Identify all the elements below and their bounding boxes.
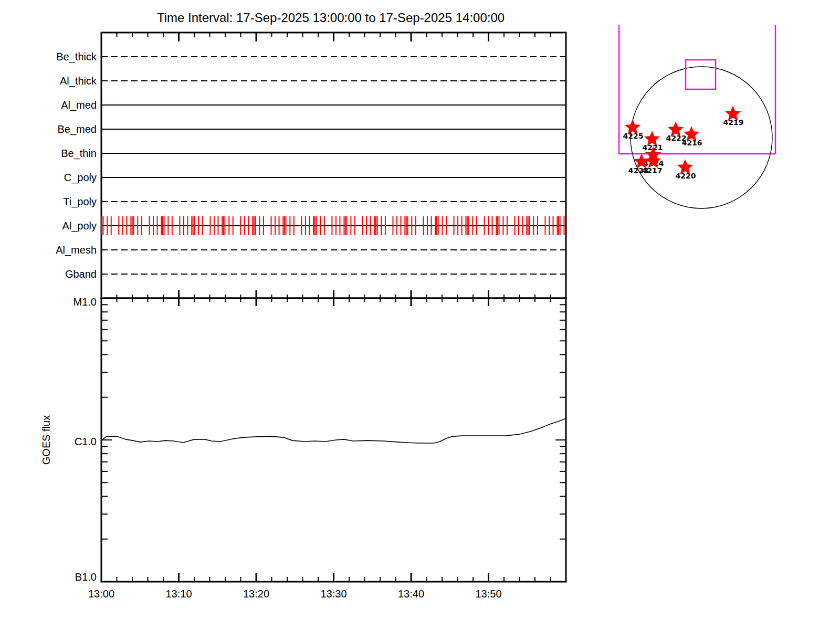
xrt-target-box — [686, 60, 716, 89]
goes-ytick-label: C1.0 — [75, 436, 97, 447]
goes-ytick-label: B1.0 — [75, 571, 97, 583]
filter-label-Al_med: Al_med — [61, 99, 97, 111]
plot-title: Time Interval: 17-Sep-2025 13:00:00 to 1… — [157, 10, 505, 25]
goes-ylabel: GOES flux — [40, 415, 52, 465]
goes-ytick-label: M1.0 — [74, 296, 97, 308]
filter-label-Al_thick: Al_thick — [60, 75, 97, 87]
time-tick-label: 13:00 — [88, 588, 114, 600]
filter-panel-frame — [101, 33, 566, 298]
filter-label-Ti_poly: Ti_poly — [63, 196, 97, 208]
active-region-label-4223: 4223 — [628, 166, 649, 175]
plot-canvas: Time Interval: 17-Sep-2025 13:00:00 to 1… — [0, 0, 840, 630]
active-region-label-4219: 4219 — [723, 118, 744, 127]
goes-flux-panel: M1.0C1.0B1.013:0013:1013:2013:3013:4013:… — [74, 290, 566, 600]
goes-flux-curve — [101, 418, 566, 443]
filter-timeline-panel: Be_thickAl_thickAl_medBe_medBe_thinC_pol… — [56, 33, 566, 298]
active-region-label-4216: 4216 — [682, 139, 702, 147]
time-tick-label: 13:50 — [475, 588, 501, 600]
time-tick-label: 13:40 — [398, 588, 424, 600]
time-tick-label: 13:30 — [320, 588, 346, 600]
active-region-label-4225: 4225 — [623, 132, 644, 140]
filter-label-Al_poly: Al_poly — [62, 220, 97, 232]
solar-disk-map: 421942254222421642214224421742234220 — [619, 25, 775, 208]
filter-label-C_poly: C_poly — [64, 172, 97, 184]
filter-label-Be_thick: Be_thick — [56, 51, 97, 63]
filter-label-Be_med: Be_med — [58, 123, 97, 135]
filter-label-Gband: Gband — [65, 268, 97, 280]
xrt-observation-figure: Time Interval: 17-Sep-2025 13:00:00 to 1… — [0, 0, 840, 630]
time-tick-label: 13:20 — [243, 588, 269, 600]
active-region-label-4220: 4220 — [676, 172, 696, 180]
filter-label-Al_mesh: Al_mesh — [56, 244, 97, 256]
filter-label-Be_thin: Be_thin — [61, 148, 97, 160]
time-tick-label: 13:10 — [165, 588, 192, 600]
